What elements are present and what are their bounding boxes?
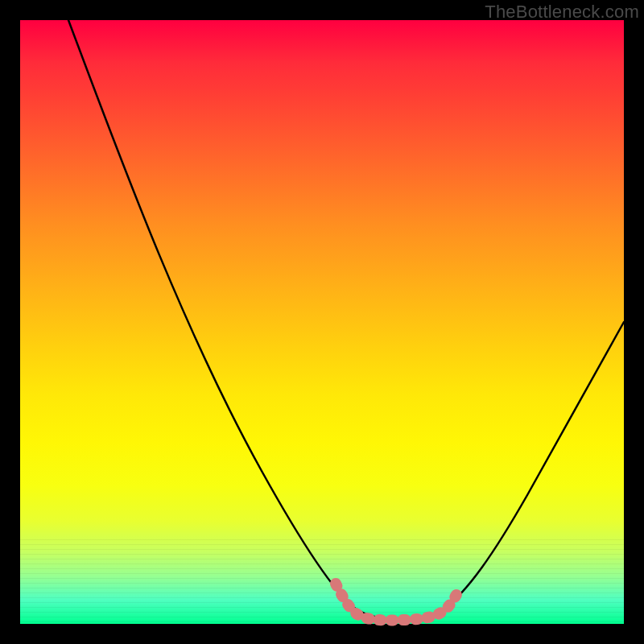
curve-svg — [20, 20, 624, 624]
plot-area — [20, 20, 624, 624]
flat-minimum-highlight — [336, 584, 460, 620]
bottleneck-curve — [68, 20, 624, 619]
chart-frame: TheBottleneck.com — [0, 0, 644, 644]
attribution-text: TheBottleneck.com — [485, 2, 639, 23]
